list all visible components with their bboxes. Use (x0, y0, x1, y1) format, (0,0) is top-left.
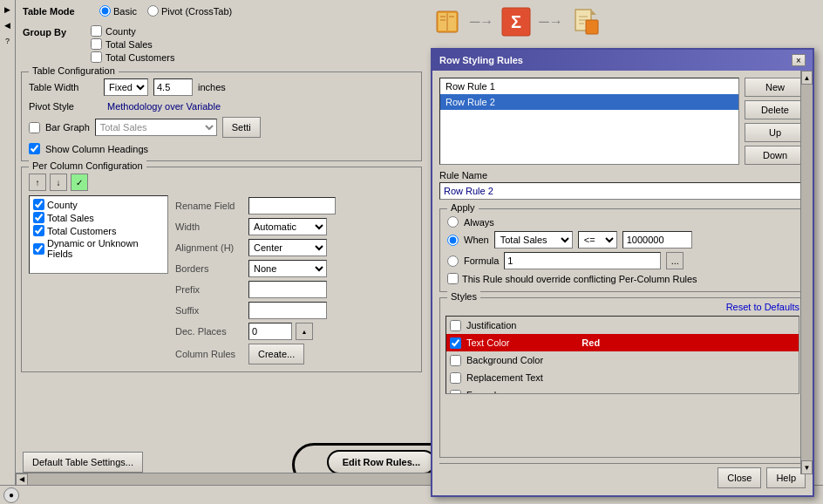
county-checkbox[interactable] (91, 25, 102, 37)
delete-rule-button[interactable]: Delete (745, 100, 806, 119)
show-col-headings-row: Show Column Headings (25, 140, 418, 157)
total-customers-label: Total Customers (105, 52, 174, 63)
bar-graph-select[interactable]: Total Sales (95, 119, 217, 136)
formula-input[interactable] (504, 252, 661, 269)
formula-row: Formula ... (447, 250, 798, 271)
suffix-input[interactable] (248, 302, 327, 319)
when-value-input[interactable] (622, 231, 692, 249)
side-icon-2[interactable]: ◀ (2, 19, 14, 31)
up-rule-button[interactable]: Up (745, 123, 806, 142)
group-by-label: Group By (23, 25, 84, 37)
dec-places-up[interactable]: ▲ (296, 323, 313, 340)
basic-radio[interactable] (99, 5, 111, 17)
dialog-bottom: Close Help (439, 463, 806, 488)
formula-style-checkbox[interactable] (450, 390, 461, 395)
field-dynamic[interactable]: Dynamic or Unknown Fields (31, 237, 166, 260)
rename-field-label: Rename Field (175, 201, 245, 211)
create-column-rules-button[interactable]: Create... (248, 344, 304, 364)
table-mode-label: Table Mode (23, 6, 92, 17)
total-customers-checkbox[interactable] (91, 51, 102, 63)
table-mode-radio-group: Basic Pivot (CrossTab) (99, 5, 232, 17)
styles-header-row: Reset to Defaults (446, 302, 799, 312)
formula-ellipsis-button[interactable]: ... (666, 252, 684, 269)
table-config-group: Table Configuration Table Width Fixed in… (21, 72, 422, 161)
rule-item-2[interactable]: Row Rule 2 (440, 94, 738, 110)
default-table-settings-button[interactable]: Default Table Settings... (23, 452, 143, 473)
side-icon-1[interactable]: ▶ (2, 3, 14, 16)
book-icon[interactable] (432, 6, 463, 37)
borders-select[interactable]: None (248, 260, 327, 277)
bar-graph-row: Bar Graph Total Sales Setti (25, 114, 418, 140)
rule-name-input[interactable] (439, 182, 806, 200)
always-radio[interactable] (447, 216, 459, 228)
group-by-total-sales[interactable]: Total Sales (91, 38, 174, 50)
width-unit-label: inches (198, 82, 226, 92)
new-rule-button[interactable]: New (745, 78, 806, 97)
sigma-icon[interactable]: Σ (500, 6, 532, 37)
when-field-select[interactable]: Total Sales (494, 231, 573, 249)
justification-checkbox[interactable] (450, 320, 461, 331)
styles-scroll-area: Justification Text Color Red Background … (446, 316, 799, 394)
prefix-input[interactable] (248, 281, 327, 298)
county-label: County (105, 26, 136, 37)
connector-2: ─→ (539, 14, 562, 30)
override-checkbox[interactable] (447, 273, 459, 284)
h-scroll-track[interactable] (28, 473, 431, 485)
total-sales-checkbox[interactable] (91, 38, 102, 50)
pivot-style-value: Methodology over Variable (104, 101, 221, 112)
background-color-checkbox[interactable] (450, 355, 461, 366)
styles-group: Styles Reset to Defaults Justification T… (439, 297, 806, 458)
bar-graph-checkbox[interactable] (29, 122, 40, 133)
edit-row-rules-button[interactable]: Edit Row Rules... (327, 450, 436, 474)
formula-radio[interactable] (447, 255, 459, 267)
group-by-county[interactable]: County (91, 25, 174, 37)
show-col-headings-checkbox[interactable] (29, 143, 40, 154)
field-total-sales[interactable]: Total Sales (31, 211, 166, 224)
h-scroll-left[interactable]: ◀ (16, 473, 28, 486)
dec-places-input[interactable] (248, 323, 292, 340)
move-down-button[interactable]: ↓ (50, 174, 67, 191)
pivot-radio-option[interactable]: Pivot (CrossTab) (147, 5, 232, 17)
when-operator-select[interactable]: <= (578, 231, 617, 249)
prefix-label: Prefix (175, 284, 245, 295)
dialog-close-button[interactable]: × (792, 54, 806, 66)
close-dialog-button[interactable]: Close (718, 467, 761, 488)
rename-field-input[interactable] (248, 197, 336, 215)
table-width-label: Table Width (29, 82, 99, 92)
formula-style-label: Formula (466, 390, 575, 394)
text-color-checkbox[interactable] (450, 337, 461, 349)
side-icon-3[interactable]: ? (2, 35, 14, 47)
width-input[interactable] (153, 78, 193, 96)
basic-radio-option[interactable]: Basic (99, 5, 137, 17)
move-up-button[interactable]: ↑ (29, 174, 46, 191)
svg-marker-9 (591, 10, 596, 15)
when-radio[interactable] (447, 235, 459, 246)
rules-buttons: New Delete Up Down (745, 78, 806, 165)
down-rule-button[interactable]: Down (745, 146, 806, 165)
reset-defaults-link[interactable]: Reset to Defaults (726, 302, 799, 312)
table-mode-row: Table Mode Basic Pivot (CrossTab) (16, 0, 427, 22)
field-county[interactable]: County (31, 198, 166, 211)
field-total-customers[interactable]: Total Customers (31, 224, 166, 237)
dialog-scroll-down[interactable]: ▼ (801, 460, 813, 474)
pivot-radio[interactable] (147, 5, 159, 17)
dialog-scroll-up[interactable]: ▲ (801, 71, 813, 85)
apply-group: Apply Always When Total Sales <= Formula (439, 208, 806, 292)
prefix-row: Prefix (175, 279, 414, 300)
settings-button[interactable]: Setti (222, 117, 261, 138)
rule-item-1[interactable]: Row Rule 1 (440, 78, 738, 94)
check-button[interactable]: ✓ (71, 174, 88, 191)
dialog-scroll-track[interactable] (801, 85, 813, 460)
row-styling-rules-dialog: Row Styling Rules × Row Rule 1 Row Rule … (431, 48, 814, 497)
column-rules-label: Column Rules (175, 349, 245, 359)
replacement-text-checkbox[interactable] (450, 372, 461, 384)
document-icon[interactable] (570, 6, 602, 37)
background-color-label: Background Color (466, 355, 575, 365)
width-prop-select[interactable]: Automatic (248, 218, 327, 235)
group-by-total-customers[interactable]: Total Customers (91, 51, 174, 63)
alignment-select[interactable]: Center (248, 239, 327, 256)
justification-label: Justification (466, 320, 575, 330)
col-properties: Rename Field Width Automatic Alignment (… (168, 195, 414, 366)
table-width-select[interactable]: Fixed (104, 78, 148, 96)
per-col-config-group: Per Column Configuration ↑ ↓ ✓ County To… (21, 167, 422, 372)
